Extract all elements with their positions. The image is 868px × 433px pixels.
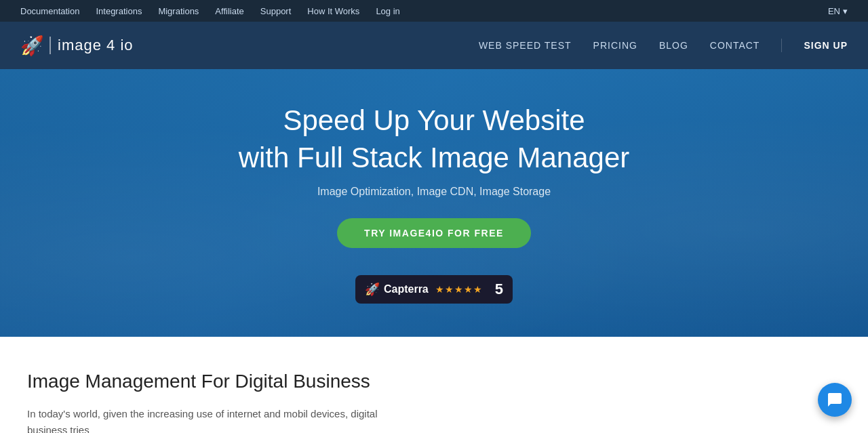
lang-label: EN xyxy=(828,6,840,16)
main-nav: 🚀 image 4 io WEB SPEED TEST PRICING BLOG… xyxy=(0,22,868,69)
web-speed-test-link[interactable]: WEB SPEED TEST xyxy=(479,40,572,51)
signup-link[interactable]: SIGN UP xyxy=(804,40,848,51)
top-nav-links: Documentation Integrations Migrations Af… xyxy=(20,6,400,16)
logo[interactable]: 🚀 image 4 io xyxy=(20,35,134,57)
migrations-link[interactable]: Migrations xyxy=(158,6,199,16)
hero-content: Speed Up Your Website with Full Stack Im… xyxy=(239,102,630,304)
main-nav-links: WEB SPEED TEST PRICING BLOG CONTACT SIGN… xyxy=(479,39,848,52)
hero-section: Speed Up Your Website with Full Stack Im… xyxy=(0,69,868,337)
logo-text: image 4 io xyxy=(50,37,134,54)
blog-link[interactable]: BLOG xyxy=(659,40,688,51)
hero-title-line1: Speed Up Your Website xyxy=(283,104,585,136)
nav-divider xyxy=(781,39,782,52)
top-nav-right: EN ▾ xyxy=(828,6,848,16)
chat-icon xyxy=(827,392,843,408)
affiliate-link[interactable]: Affiliate xyxy=(215,6,243,16)
capterra-badge[interactable]: 🚀 Capterra ★★★★★ 5 xyxy=(355,275,513,304)
login-link[interactable]: Log in xyxy=(376,6,399,16)
below-fold-section: Image Management For Digital Business In… xyxy=(0,337,868,433)
capterra-rocket-icon: 🚀 xyxy=(365,282,380,297)
section-text: In today's world, given the increasing u… xyxy=(27,406,407,433)
integrations-link[interactable]: Integrations xyxy=(96,6,142,16)
chat-button[interactable] xyxy=(818,383,852,417)
capterra-rating: ★★★★★ xyxy=(435,284,483,295)
hero-subtitle: Image Optimization, Image CDN, Image Sto… xyxy=(239,186,630,198)
hero-title-line2: with Full Stack Image Manager xyxy=(239,142,630,173)
top-nav: Documentation Integrations Migrations Af… xyxy=(0,0,868,22)
capterra-label: Capterra xyxy=(384,283,429,295)
cta-button[interactable]: TRY IMAGE4IO FOR FREE xyxy=(337,218,531,248)
chevron-down-icon: ▾ xyxy=(843,6,848,16)
capterra-stars: ★★★★★ xyxy=(435,284,483,295)
capterra-logo: 🚀 Capterra xyxy=(365,282,429,297)
how-it-works-link[interactable]: How It Works xyxy=(307,6,359,16)
documentation-link[interactable]: Documentation xyxy=(20,6,79,16)
hero-title: Speed Up Your Website with Full Stack Im… xyxy=(239,102,630,176)
capterra-score: 5 xyxy=(495,281,503,298)
rocket-icon: 🚀 xyxy=(20,35,44,57)
language-selector[interactable]: EN ▾ xyxy=(828,6,848,16)
support-link[interactable]: Support xyxy=(260,6,292,16)
section-title: Image Management For Digital Business xyxy=(27,371,841,392)
pricing-link[interactable]: PRICING xyxy=(593,40,637,51)
contact-link[interactable]: CONTACT xyxy=(710,40,760,51)
